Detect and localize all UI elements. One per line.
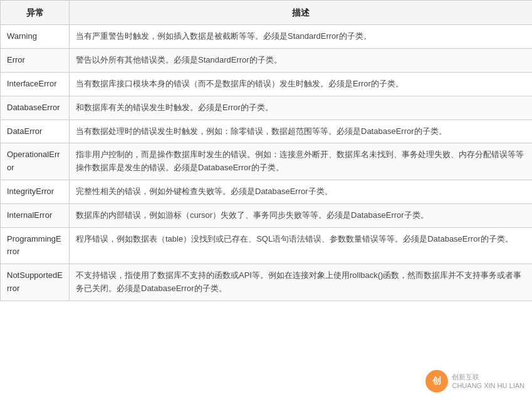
exception-desc: 当有数据处理时的错误发生时触发，例如：除零错误，数据超范围等等。必须是Datab… xyxy=(70,120,533,143)
exception-name: DataError xyxy=(1,120,70,143)
exception-name: IntegrityError xyxy=(1,180,70,203)
exception-name: NotSupportedError xyxy=(1,264,70,301)
table-row: InterfaceError当有数据库接口模块本身的错误（而不是数据库的错误）发… xyxy=(1,72,533,96)
table-header-row: 异常 描述 xyxy=(1,1,533,25)
exception-desc: 程序错误，例如数据表（table）没找到或已存在、SQL语句语法错误、参数数量错… xyxy=(70,227,533,264)
col-header-name: 异常 xyxy=(1,1,70,25)
exception-desc: 完整性相关的错误，例如外键检查失败等。必须是DatabaseError子类。 xyxy=(70,180,533,203)
exception-name: ProgrammingError xyxy=(1,227,70,264)
watermark: 创 创新互联 CHUANG XIN HU LIAN xyxy=(425,370,524,392)
exception-name: OperationalError xyxy=(1,143,70,180)
table-row: Error警告以外所有其他错误类。必须是StandardError的子类。 xyxy=(1,49,533,73)
table-row: InternalError数据库的内部错误，例如游标（cursor）失效了、事务… xyxy=(1,203,533,227)
exception-desc: 和数据库有关的错误发生时触发。必须是Error的子类。 xyxy=(70,96,533,120)
exception-desc: 数据库的内部错误，例如游标（cursor）失效了、事务同步失败等等。必须是Dat… xyxy=(70,203,533,227)
table-row: Warning当有严重警告时触发，例如插入数据是被截断等等。必须是Standar… xyxy=(1,25,533,49)
exception-desc: 警告以外所有其他错误类。必须是StandardError的子类。 xyxy=(70,49,533,73)
table-row: IntegrityError完整性相关的错误，例如外键检查失败等。必须是Data… xyxy=(1,180,533,203)
table-row: ProgrammingError程序错误，例如数据表（table）没找到或已存在… xyxy=(1,227,533,264)
table-row: DataError当有数据处理时的错误发生时触发，例如：除零错误，数据超范围等等… xyxy=(1,120,533,143)
table-row: OperationalError指非用户控制的，而是操作数据库时发生的错误。例如… xyxy=(1,143,533,180)
watermark-line2: CHUANG XIN HU LIAN xyxy=(452,381,524,390)
exception-name: Error xyxy=(1,49,70,73)
table-row: DatabaseError和数据库有关的错误发生时触发。必须是Error的子类。 xyxy=(1,96,533,120)
exception-desc: 指非用户控制的，而是操作数据库时发生的错误。例如：连接意外断开、数据库名未找到、… xyxy=(70,143,533,180)
page-container: 异常 描述 Warning当有严重警告时触发，例如插入数据是被截断等等。必须是S… xyxy=(0,0,532,400)
exception-desc: 当有数据库接口模块本身的错误（而不是数据库的错误）发生时触发。必须是Error的… xyxy=(70,72,533,96)
exception-name: InternalError xyxy=(1,203,70,227)
exception-name: Warning xyxy=(1,25,70,49)
exception-name: DatabaseError xyxy=(1,96,70,120)
watermark-logo-text: 创 xyxy=(432,376,441,387)
exception-desc: 当有严重警告时触发，例如插入数据是被截断等等。必须是StandardError的… xyxy=(70,25,533,49)
watermark-text-block: 创新互联 CHUANG XIN HU LIAN xyxy=(452,372,524,391)
exceptions-table: 异常 描述 Warning当有严重警告时触发，例如插入数据是被截断等等。必须是S… xyxy=(0,0,532,301)
watermark-line1: 创新互联 xyxy=(452,372,524,381)
table-row: NotSupportedError不支持错误，指使用了数据库不支持的函数或API… xyxy=(1,264,533,301)
exception-desc: 不支持错误，指使用了数据库不支持的函数或API等。例如在连接对象上使用rollb… xyxy=(70,264,533,301)
exception-name: InterfaceError xyxy=(1,72,70,96)
col-header-desc: 描述 xyxy=(70,1,533,25)
watermark-logo: 创 xyxy=(425,370,448,392)
